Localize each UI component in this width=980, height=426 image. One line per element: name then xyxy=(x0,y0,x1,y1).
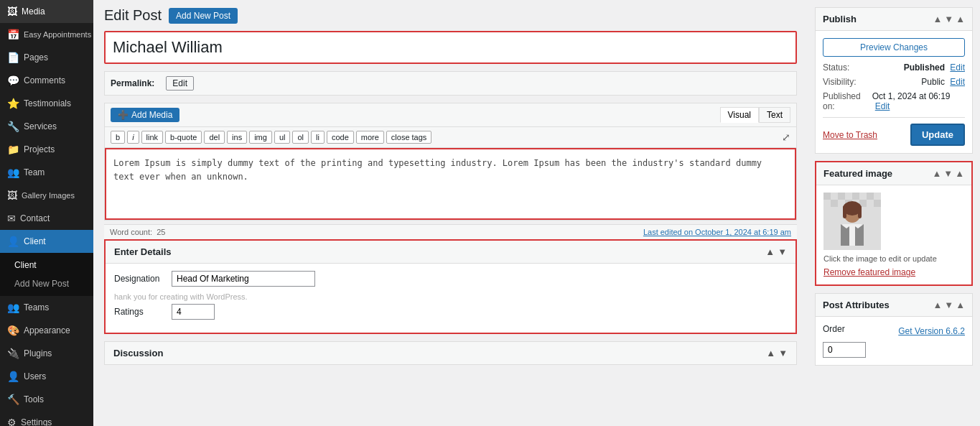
add-new-post-button[interactable]: Add New Post xyxy=(169,8,238,24)
status-edit-link[interactable]: Edit xyxy=(950,62,965,73)
sidebar-item-comments[interactable]: 💬 Comments xyxy=(0,69,93,92)
post-attributes-body: Order Get Version 6.6.2 xyxy=(816,317,972,365)
publish-down-icon[interactable]: ▼ xyxy=(944,14,953,24)
last-edited[interactable]: Last edited on October 1, 2024 at 6:19 a… xyxy=(643,228,791,236)
img-button[interactable]: img xyxy=(249,131,272,144)
featured-down-icon[interactable]: ▼ xyxy=(943,168,953,179)
sidebar-item-media[interactable]: 🖼 Media xyxy=(0,0,93,23)
svg-rect-8 xyxy=(874,200,881,207)
more-button[interactable]: more xyxy=(356,131,384,144)
visibility-value: Public xyxy=(921,77,945,87)
enter-details-controls[interactable]: ▲ ▼ xyxy=(765,246,787,257)
sidebar-item-gallery-images[interactable]: 🖼 Gallery Images xyxy=(0,184,93,207)
permalink-row: Permalink: Edit xyxy=(104,71,797,96)
sidebar-item-plugins[interactable]: 🔌 Plugins xyxy=(0,342,93,365)
sidebar-item-label: Media xyxy=(22,6,45,17)
del-button[interactable]: del xyxy=(204,131,225,144)
visual-tab[interactable]: Visual xyxy=(720,107,759,123)
designation-input[interactable] xyxy=(172,271,315,287)
sidebar-item-pages[interactable]: 📄 Pages xyxy=(0,46,93,69)
ratings-input[interactable] xyxy=(172,304,215,320)
publish-expand-icon[interactable]: ▲ xyxy=(956,14,965,24)
sidebar-subitem-add-new-post[interactable]: Add New Post xyxy=(0,274,93,293)
visual-text-tabs: Visual Text xyxy=(720,107,790,123)
close-tags-button[interactable]: close tags xyxy=(386,131,432,144)
editor-section: ➕ Add Media Visual Text b i link b-quote… xyxy=(104,103,797,221)
discussion-controls[interactable]: ▲ ▼ xyxy=(766,348,788,358)
sidebar-item-testimonials[interactable]: ⭐ Testimonials xyxy=(0,92,93,115)
appointments-icon: 📅 xyxy=(7,29,19,40)
visibility-edit-link[interactable]: Edit xyxy=(950,77,965,87)
sidebar-item-team[interactable]: 👥 Team xyxy=(0,161,93,184)
permalink-edit-button[interactable]: Edit xyxy=(166,76,194,91)
collapse-up-icon[interactable]: ▲ xyxy=(765,246,775,257)
post-title-input[interactable] xyxy=(104,31,797,64)
sidebar: 🖼 Media 📅 Easy Appointments 📄 Pages 💬 Co… xyxy=(0,0,93,426)
italic-button[interactable]: i xyxy=(127,131,139,144)
sidebar-item-label: Teams xyxy=(24,302,49,312)
post-attributes-header: Post Attributes ▲ ▼ ▲ xyxy=(816,294,972,317)
sidebar-item-label: Contact xyxy=(20,213,50,223)
editor-content[interactable]: Lorem Ipsum is simply dummy text of the … xyxy=(105,148,796,220)
team-icon: 👥 xyxy=(7,167,19,178)
text-tab[interactable]: Text xyxy=(759,107,790,123)
discussion-up-icon[interactable]: ▲ xyxy=(766,348,775,358)
get-version-link[interactable]: Get Version 6.6.2 xyxy=(898,326,965,336)
sidebar-item-settings[interactable]: ⚙ Settings xyxy=(0,411,93,426)
link-button[interactable]: link xyxy=(141,131,164,144)
sidebar-item-users[interactable]: 👤 Users xyxy=(0,365,93,388)
sidebar-item-projects[interactable]: 📁 Projects xyxy=(0,138,93,161)
featured-image-preview[interactable] xyxy=(823,193,881,250)
svg-rect-11 xyxy=(843,205,846,218)
sidebar-item-tools[interactable]: 🔨 Tools xyxy=(0,388,93,411)
add-media-button[interactable]: ➕ Add Media xyxy=(111,108,179,122)
code-button[interactable]: code xyxy=(327,131,354,144)
ins-button[interactable]: ins xyxy=(227,131,247,144)
settings-icon: ⚙ xyxy=(7,417,17,426)
order-input[interactable] xyxy=(823,342,866,358)
enter-details-body: Designation hank you for creating with W… xyxy=(106,264,795,333)
visibility-value-group: Public Edit xyxy=(921,77,965,87)
discussion-down-icon[interactable]: ▼ xyxy=(778,348,788,358)
published-edit-link[interactable]: Edit xyxy=(875,101,890,111)
sidebar-item-appearance[interactable]: 🎨 Appearance xyxy=(0,319,93,342)
right-sidebar: Publish ▲ ▼ ▲ Preview Changes Status: Pu… xyxy=(808,0,980,426)
expand-button[interactable]: ⤢ xyxy=(782,131,790,143)
svg-rect-14 xyxy=(849,224,855,246)
sidebar-item-label: Services xyxy=(24,121,57,131)
featured-up-icon[interactable]: ▲ xyxy=(932,168,941,179)
sidebar-item-client[interactable]: 👤 Client xyxy=(0,230,93,253)
remove-featured-link[interactable]: Remove featured image xyxy=(823,267,915,277)
sidebar-item-contact[interactable]: ✉ Contact xyxy=(0,207,93,230)
sidebar-item-easy-appointments[interactable]: 📅 Easy Appointments xyxy=(0,23,93,46)
visibility-row: Visibility: Public Edit xyxy=(823,77,965,87)
preview-changes-button[interactable]: Preview Changes xyxy=(823,38,965,57)
ul-button[interactable]: ul xyxy=(274,131,291,144)
publish-actions: Move to Trash Update xyxy=(823,117,965,146)
enter-details-header: Enter Details ▲ ▼ xyxy=(106,241,795,264)
add-media-label: Add Media xyxy=(131,110,172,120)
post-attr-expand-icon[interactable]: ▲ xyxy=(956,300,965,310)
discussion-header: Discussion ▲ ▼ xyxy=(105,342,796,364)
featured-image-header: Featured image ▲ ▼ ▲ xyxy=(816,162,971,185)
media-icon: 🖼 xyxy=(7,6,17,17)
sidebar-subitem-client[interactable]: Client xyxy=(0,256,93,274)
bquote-button[interactable]: b-quote xyxy=(165,131,202,144)
sidebar-item-services[interactable]: 🔧 Services xyxy=(0,115,93,138)
post-attr-down-icon[interactable]: ▼ xyxy=(944,300,953,310)
ol-button[interactable]: ol xyxy=(292,131,309,144)
word-count-value: 25 xyxy=(157,228,165,236)
sidebar-item-label: Plugins xyxy=(24,348,52,358)
li-button[interactable]: li xyxy=(311,131,325,144)
featured-expand-icon[interactable]: ▲ xyxy=(955,168,964,179)
sidebar-item-label: Comments xyxy=(24,75,65,85)
post-attr-up-icon[interactable]: ▲ xyxy=(933,300,942,310)
sidebar-item-teams[interactable]: 👥 Teams xyxy=(0,296,93,319)
update-button[interactable]: Update xyxy=(910,124,965,146)
bold-button[interactable]: b xyxy=(111,131,125,144)
gallery-icon: 🖼 xyxy=(7,190,17,201)
page-title: Edit Post xyxy=(104,7,162,24)
publish-up-icon[interactable]: ▲ xyxy=(933,14,942,24)
collapse-down-icon[interactable]: ▼ xyxy=(778,246,787,257)
move-trash-link[interactable]: Move to Trash xyxy=(823,130,877,140)
